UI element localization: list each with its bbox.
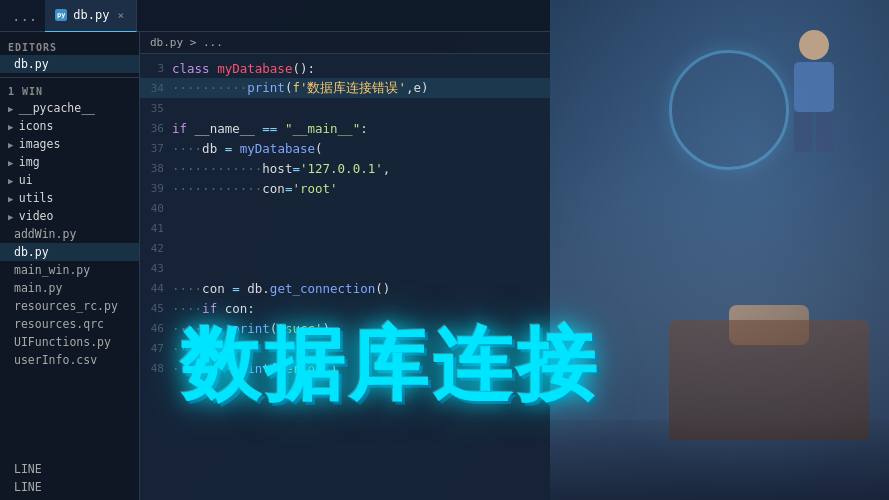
code-line-40: 40 <box>140 198 550 218</box>
code-editor[interactable]: db.py > ... 3 class myDatabase(): 34 ···… <box>140 32 550 500</box>
line-number-48: 48 <box>140 362 172 375</box>
line-number-41: 41 <box>140 222 172 235</box>
line-number-3: 3 <box>140 62 172 75</box>
line-number-38: 38 <box>140 162 172 175</box>
sidebar-file-resources-qrc[interactable]: resources.qrc <box>0 315 139 333</box>
breadcrumb-path: db.py > ... <box>150 36 223 49</box>
figure-legs <box>794 112 834 152</box>
line-number-37: 37 <box>140 142 172 155</box>
code-line-34: 34 ··········print(f'数据库连接错误',e) <box>140 78 550 98</box>
code-line-37: 37 ····db = myDatabase( <box>140 138 550 158</box>
sidebar-file-db[interactable]: db.py <box>0 243 139 261</box>
sidebar-status-line1: LINE <box>0 460 139 478</box>
sidebar-file-main[interactable]: main.py <box>0 279 139 297</box>
code-line-43: 43 <box>140 258 550 278</box>
sidebar-file-userinfo[interactable]: userInfo.csv <box>0 351 139 369</box>
line-number-34: 34 <box>140 82 172 95</box>
line-number-45: 45 <box>140 302 172 315</box>
line-number-42: 42 <box>140 242 172 255</box>
code-line-42: 42 <box>140 238 550 258</box>
room-bed <box>669 320 869 440</box>
figure-head <box>799 30 829 60</box>
sidebar-item-db-py[interactable]: db.py <box>0 55 139 73</box>
line-content-3: class myDatabase(): <box>172 61 550 76</box>
room-background <box>550 0 889 500</box>
line-content-37: ····db = myDatabase( <box>172 141 550 156</box>
figure-leg-left <box>794 112 812 152</box>
figure-torso <box>794 62 834 112</box>
line-content-38: ············host='127.0.0.1', <box>172 161 550 176</box>
win-label: 1 WIN <box>0 77 139 99</box>
tab-close-button[interactable]: × <box>115 9 126 22</box>
editors-label: EDITORS <box>0 36 139 55</box>
code-line-41: 41 <box>140 218 550 238</box>
line-content-34: ··········print(f'数据库连接错误',e) <box>172 80 550 97</box>
line-content-44: ····con = db.get_connection() <box>172 281 550 296</box>
sidebar-folder-utils[interactable]: utils <box>0 189 139 207</box>
line-number-35: 35 <box>140 102 172 115</box>
code-line-38: 38 ············host='127.0.0.1', <box>140 158 550 178</box>
sidebar-folder-pycache[interactable]: __pycache__ <box>0 99 139 117</box>
figure-leg-right <box>816 112 834 152</box>
sidebar-folder-icons[interactable]: icons <box>0 117 139 135</box>
sidebar-file-uifunctions[interactable]: UIFunctions.py <box>0 333 139 351</box>
tab-label: db.py <box>73 8 109 22</box>
code-line-39: 39 ············con='root' <box>140 178 550 198</box>
line-number-36: 36 <box>140 122 172 135</box>
character-figure <box>794 30 834 152</box>
ide-container: ... py db.py × EDITORS db.py 1 WIN __pyc… <box>0 0 550 500</box>
sidebar-folder-ui[interactable]: ui <box>0 171 139 189</box>
sidebar-file-resources-rc[interactable]: resources_rc.py <box>0 297 139 315</box>
line-content-39: ············con='root' <box>172 181 550 196</box>
line-number-39: 39 <box>140 182 172 195</box>
code-line-36: 36 if __name__ == "__main__": <box>140 118 550 138</box>
sidebar-file-main-win[interactable]: main_win.py <box>0 261 139 279</box>
overlay-title: 数据库连接 <box>180 312 600 420</box>
line-number-46: 46 <box>140 322 172 335</box>
sidebar-bottom: LINE LINE <box>0 456 139 500</box>
editors-section: EDITORS db.py <box>0 32 139 77</box>
code-line-44: 44 ····con = db.get_connection() <box>140 278 550 298</box>
sidebar-status-line2: LINE <box>0 478 139 496</box>
line-number-47: 47 <box>140 342 172 355</box>
tab-bar: ... py db.py × <box>0 0 550 32</box>
code-line-3: 3 class myDatabase(): <box>140 58 550 78</box>
line-number-40: 40 <box>140 202 172 215</box>
decorative-ring <box>669 50 789 170</box>
tab-ellipsis[interactable]: ... <box>4 8 45 24</box>
sidebar-file-addwin[interactable]: addWin.py <box>0 225 139 243</box>
line-content-36: if __name__ == "__main__": <box>172 121 550 136</box>
code-line-35: 35 <box>140 98 550 118</box>
line-number-43: 43 <box>140 262 172 275</box>
sidebar-folder-video[interactable]: video <box>0 207 139 225</box>
line-number-44: 44 <box>140 282 172 295</box>
code-breadcrumb: db.py > ... <box>140 32 550 54</box>
python-file-icon: py <box>55 9 67 21</box>
active-tab[interactable]: py db.py × <box>45 0 137 32</box>
sidebar: EDITORS db.py 1 WIN __pycache__ icons im… <box>0 32 140 500</box>
sidebar-folder-img[interactable]: img <box>0 153 139 171</box>
sidebar-folder-images[interactable]: images <box>0 135 139 153</box>
